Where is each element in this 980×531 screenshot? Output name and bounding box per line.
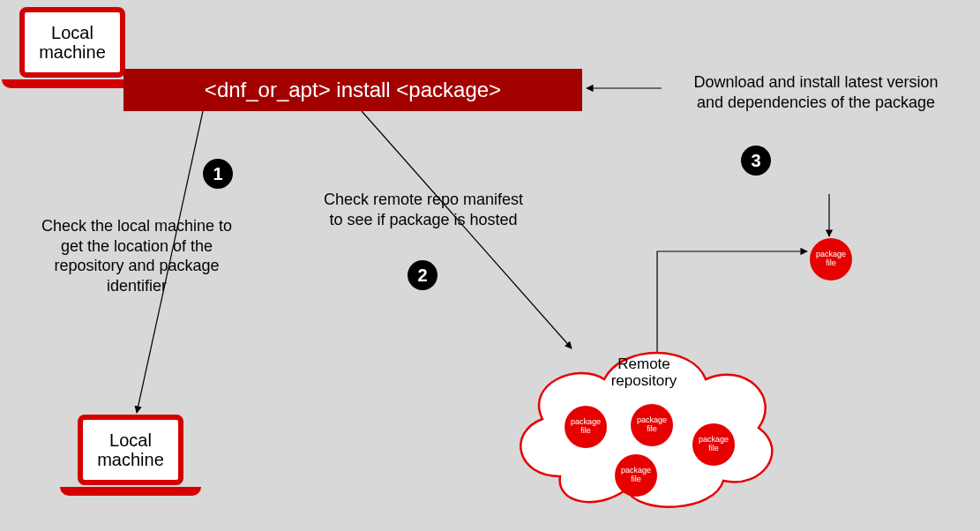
svg-line-1 [362, 111, 572, 348]
step-3-number: 3 [751, 151, 760, 171]
package-file-4-label: package file [621, 467, 651, 484]
package-file-2: package file [631, 404, 673, 446]
step-1-number: 1 [213, 164, 222, 184]
laptop-bottom-label: Local machine [97, 430, 164, 469]
laptop-bottom-screen: Local machine [78, 415, 183, 485]
package-file-4: package file [615, 454, 657, 497]
step-1-circle: 1 [203, 159, 233, 189]
package-file-1-label: package file [571, 418, 601, 436]
package-file-external-label: package file [816, 251, 846, 268]
laptop-bottom: Local machine [78, 415, 201, 496]
step-3-text: Download and install latest version and … [688, 72, 944, 112]
cloud-label: Remote repository [507, 356, 781, 389]
command-text: <dnf_or_apt> install <package> [205, 78, 501, 102]
package-file-3: package file [692, 423, 735, 466]
step-2-circle: 2 [408, 260, 438, 290]
remote-repo-cloud: Remote repository package file package f… [507, 335, 781, 512]
step-3-circle: 3 [741, 146, 771, 176]
package-file-2-label: package file [637, 416, 667, 434]
laptop-top-label: Local machine [39, 23, 106, 62]
step-2-number: 2 [417, 266, 427, 286]
laptop-top-base [2, 79, 143, 88]
step-1-text: Check the local machine to get the locat… [35, 216, 238, 295]
laptop-bottom-base [60, 487, 201, 496]
package-file-external: package file [810, 238, 852, 280]
step-2-text: Check remote repo manifest to see if pac… [318, 190, 529, 229]
package-file-1: package file [565, 406, 607, 448]
command-bar: <dnf_or_apt> install <package> [123, 69, 582, 111]
package-file-3-label: package file [699, 436, 729, 453]
laptop-top-screen: Local machine [19, 7, 125, 78]
